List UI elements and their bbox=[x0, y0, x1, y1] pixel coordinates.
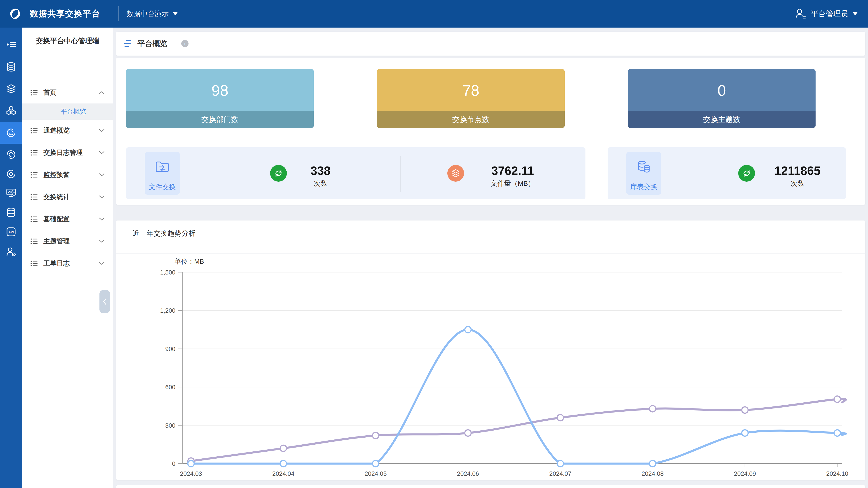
stat-card-nodes: 78 交换节点数 bbox=[377, 69, 565, 128]
sidebar-item-ticket-log[interactable]: 工单日志 bbox=[22, 253, 113, 274]
sync-icon bbox=[274, 168, 283, 178]
table-exchange-tile[interactable]: 库表交换 bbox=[626, 152, 661, 195]
rail-layers-icon[interactable] bbox=[0, 78, 22, 100]
rail-sidebar-toggle-icon[interactable] bbox=[0, 34, 22, 56]
rail-api-icon[interactable]: API bbox=[0, 221, 22, 242]
chart-canvas[interactable]: 03006009001,2001,5002024.032024.042024.0… bbox=[116, 221, 865, 480]
tile-label: 文件交换 bbox=[149, 182, 176, 192]
icon-rail: API bbox=[0, 28, 22, 488]
layers-white-icon bbox=[451, 168, 461, 178]
stat-value: 0 bbox=[628, 69, 815, 111]
chevron-down-icon bbox=[98, 195, 105, 199]
sidebar-collapse-button[interactable] bbox=[99, 290, 110, 313]
sync-icon bbox=[742, 168, 752, 178]
chevron-down-icon bbox=[98, 239, 105, 243]
table-exchange-count-label: 次数 bbox=[761, 179, 834, 188]
chevron-down-icon bbox=[173, 12, 178, 15]
top-bar: 数据共享交换平台 数据中台演示 平台管理员 bbox=[0, 0, 868, 28]
chevron-left-icon bbox=[102, 298, 107, 305]
user-name: 平台管理员 bbox=[811, 9, 848, 19]
sidebar-item-channel-overview[interactable]: 通道概览 bbox=[22, 120, 113, 141]
svg-text:2024.05: 2024.05 bbox=[365, 470, 387, 477]
svg-text:0: 0 bbox=[172, 460, 176, 467]
file-exchange-tile[interactable]: 文件交换 bbox=[145, 152, 180, 195]
stats-card: 98 交换部门数 78 交换节点数 0 交换主题数 文件交换 bbox=[116, 58, 865, 205]
sidebar-header: 交换平台中心管理端 bbox=[22, 28, 113, 54]
stat-value: 98 bbox=[126, 69, 314, 111]
sidebar-item-label: 工单日志 bbox=[43, 259, 98, 268]
table-exchange-panel: 库表交换 1211865 次数 bbox=[608, 147, 846, 199]
stat-label: 交换部门数 bbox=[126, 111, 314, 128]
svg-text:2024.03: 2024.03 bbox=[180, 470, 202, 477]
svg-text:300: 300 bbox=[165, 422, 176, 429]
topbar-divider bbox=[119, 6, 119, 21]
app-logo-icon bbox=[8, 6, 23, 21]
table-exchange-count-block: 1211865 次数 bbox=[761, 164, 834, 188]
rail-database-alt-icon[interactable] bbox=[0, 201, 22, 223]
table-exchange-count: 1211865 bbox=[761, 164, 834, 177]
stat-value: 78 bbox=[377, 69, 565, 111]
svg-text:2024.10: 2024.10 bbox=[826, 470, 848, 477]
sidebar-item-monitor-alert[interactable]: 监控预警 bbox=[22, 164, 113, 186]
svg-text:2024.07: 2024.07 bbox=[549, 470, 571, 477]
next-card-sliver bbox=[116, 485, 865, 488]
dashboard-root: 数据共享交换平台 数据中台演示 平台管理员 bbox=[0, 0, 868, 488]
info-icon[interactable]: i bbox=[181, 40, 188, 47]
user-menu[interactable]: 平台管理员 bbox=[794, 0, 858, 28]
sidebar-subitem-label: 平台概览 bbox=[61, 107, 86, 116]
chevron-down-icon bbox=[98, 151, 105, 155]
panel-divider bbox=[400, 156, 401, 192]
svg-text:600: 600 bbox=[165, 384, 176, 391]
chevron-down-icon bbox=[98, 217, 105, 221]
svg-text:900: 900 bbox=[165, 346, 176, 352]
svg-text:2024.06: 2024.06 bbox=[457, 470, 479, 477]
sidebar-item-label: 交换日志管理 bbox=[43, 148, 98, 157]
overview-list-icon bbox=[123, 39, 133, 48]
sidebar-item-topic-mgmt[interactable]: 主题管理 bbox=[22, 230, 113, 252]
chevron-down-icon bbox=[98, 129, 105, 133]
rail-database-icon[interactable] bbox=[0, 56, 22, 78]
sidebar-item-label: 交换统计 bbox=[43, 193, 98, 201]
chevron-down-icon bbox=[98, 261, 105, 265]
svg-text:2024.09: 2024.09 bbox=[734, 470, 756, 477]
sidebar-item-label: 监控预警 bbox=[43, 170, 98, 180]
stat-label: 交换节点数 bbox=[377, 111, 565, 128]
rail-nodes-icon[interactable] bbox=[0, 100, 22, 122]
file-volume-label: 文件量（MB） bbox=[467, 179, 558, 188]
svg-text:1,200: 1,200 bbox=[160, 307, 176, 314]
tile-label: 库表交换 bbox=[630, 182, 657, 192]
rail-monitor-config-icon[interactable] bbox=[0, 182, 22, 204]
sidebar-subitem-platform-overview[interactable]: 平台概览 bbox=[22, 103, 113, 120]
page-title: 平台概览 bbox=[137, 32, 167, 56]
sidebar: 交换平台中心管理端 首页 平台概览 通道概览 交换日志管理 监控预警 交换统计 bbox=[22, 28, 113, 488]
sidebar-item-base-config[interactable]: 基础配置 bbox=[22, 208, 113, 230]
rail-swirl-2-icon[interactable] bbox=[0, 144, 22, 165]
trend-chart-card: 近一年交换趋势分析 单位：MB 03006009001,2001,5002024… bbox=[116, 221, 865, 480]
file-volume-value: 3762.11 bbox=[467, 164, 558, 177]
sidebar-item-home[interactable]: 首页 bbox=[22, 82, 113, 103]
sync-count-badge bbox=[738, 165, 755, 182]
file-volume-block: 3762.11 文件量（MB） bbox=[467, 164, 558, 188]
sidebar-item-exchange-log-mgmt[interactable]: 交换日志管理 bbox=[22, 142, 113, 164]
sync-count-badge bbox=[270, 165, 287, 182]
rail-exchange-swirl-icon[interactable] bbox=[0, 122, 22, 144]
environment-dropdown[interactable]: 数据中台演示 bbox=[127, 0, 178, 28]
stat-card-departments: 98 交换部门数 bbox=[126, 69, 314, 128]
file-exchange-count-block: 338 次数 bbox=[293, 164, 348, 188]
folder-swap-icon bbox=[155, 160, 169, 174]
sidebar-item-label: 主题管理 bbox=[43, 237, 98, 246]
sidebar-item-exchange-stats[interactable]: 交换统计 bbox=[22, 186, 113, 208]
file-exchange-panel: 文件交换 338 次数 bbox=[126, 147, 585, 199]
sidebar-item-label: 通道概览 bbox=[43, 126, 98, 135]
file-exchange-count: 338 bbox=[293, 164, 348, 177]
stat-card-topics: 0 交换主题数 bbox=[628, 69, 815, 128]
environment-dropdown-label: 数据中台演示 bbox=[127, 9, 168, 19]
svg-text:1,500: 1,500 bbox=[160, 269, 176, 276]
chevron-up-icon bbox=[98, 91, 105, 95]
overview-header-card: 平台概览 i bbox=[116, 32, 865, 56]
rail-user-settings-icon[interactable] bbox=[0, 241, 22, 263]
rail-swirl-3-icon[interactable] bbox=[0, 163, 22, 185]
chevron-down-icon bbox=[852, 12, 858, 15]
user-icon bbox=[794, 8, 806, 20]
database-pair-icon bbox=[637, 160, 651, 174]
